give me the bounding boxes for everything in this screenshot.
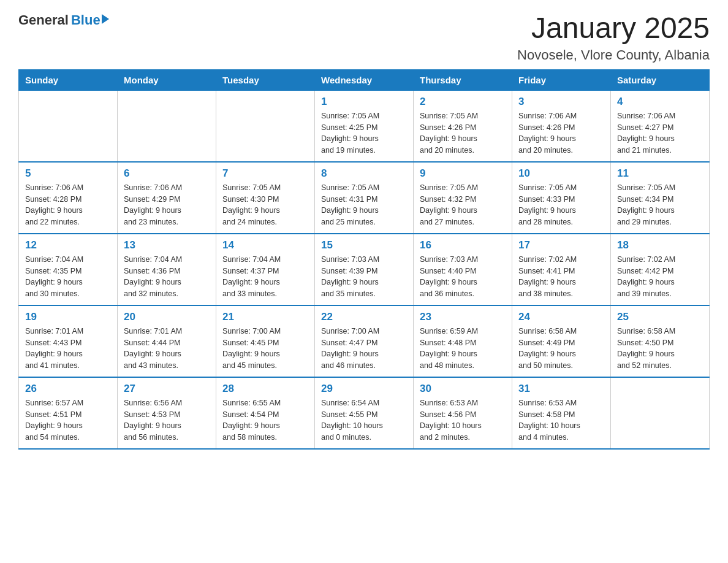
calendar-header-row: SundayMondayTuesdayWednesdayThursdayFrid… [19, 69, 710, 90]
day-number: 8 [321, 167, 407, 180]
calendar-week-row: 5Sunrise: 7:06 AM Sunset: 4:28 PM Daylig… [19, 162, 710, 234]
calendar-cell: 27Sunrise: 6:56 AM Sunset: 4:53 PM Dayli… [118, 377, 216, 449]
calendar-cell [611, 377, 710, 449]
column-header-tuesday: Tuesday [216, 69, 315, 90]
day-number: 24 [518, 311, 604, 323]
calendar-cell: 10Sunrise: 7:05 AM Sunset: 4:33 PM Dayli… [512, 162, 611, 234]
day-info: Sunrise: 6:53 AM Sunset: 4:58 PM Dayligh… [518, 397, 604, 443]
day-number: 10 [518, 167, 604, 180]
day-info: Sunrise: 6:53 AM Sunset: 4:56 PM Dayligh… [420, 397, 506, 443]
day-number: 4 [617, 96, 703, 108]
logo: General Blue [18, 12, 109, 28]
day-info: Sunrise: 7:00 AM Sunset: 4:45 PM Dayligh… [222, 326, 308, 372]
day-info: Sunrise: 6:56 AM Sunset: 4:53 PM Dayligh… [124, 397, 210, 443]
calendar-cell: 26Sunrise: 6:57 AM Sunset: 4:51 PM Dayli… [19, 377, 118, 449]
day-number: 14 [222, 239, 308, 251]
calendar-cell: 14Sunrise: 7:04 AM Sunset: 4:37 PM Dayli… [216, 234, 315, 305]
day-number: 18 [617, 239, 703, 251]
column-header-saturday: Saturday [611, 69, 710, 90]
day-info: Sunrise: 7:01 AM Sunset: 4:44 PM Dayligh… [124, 326, 210, 372]
page-header: General Blue January 2025 Novosele, Vlor… [18, 12, 710, 63]
calendar-cell: 21Sunrise: 7:00 AM Sunset: 4:45 PM Dayli… [216, 305, 315, 377]
day-number: 6 [124, 167, 210, 180]
calendar-cell: 29Sunrise: 6:54 AM Sunset: 4:55 PM Dayli… [315, 377, 414, 449]
day-number: 25 [617, 311, 703, 323]
day-info: Sunrise: 7:00 AM Sunset: 4:47 PM Dayligh… [321, 326, 407, 372]
calendar-cell: 20Sunrise: 7:01 AM Sunset: 4:44 PM Dayli… [118, 305, 216, 377]
calendar-cell: 19Sunrise: 7:01 AM Sunset: 4:43 PM Dayli… [19, 305, 118, 377]
calendar-cell: 25Sunrise: 6:58 AM Sunset: 4:50 PM Dayli… [611, 305, 710, 377]
calendar-cell [216, 90, 315, 162]
day-info: Sunrise: 7:05 AM Sunset: 4:31 PM Dayligh… [321, 182, 407, 228]
calendar-cell: 5Sunrise: 7:06 AM Sunset: 4:28 PM Daylig… [19, 162, 118, 234]
calendar-cell: 24Sunrise: 6:58 AM Sunset: 4:49 PM Dayli… [512, 305, 611, 377]
day-info: Sunrise: 7:04 AM Sunset: 4:37 PM Dayligh… [222, 254, 308, 300]
day-number: 15 [321, 239, 407, 251]
calendar-cell: 8Sunrise: 7:05 AM Sunset: 4:31 PM Daylig… [315, 162, 414, 234]
logo-blue-text: Blue [71, 12, 100, 28]
calendar-cell: 7Sunrise: 7:05 AM Sunset: 4:30 PM Daylig… [216, 162, 315, 234]
day-number: 5 [25, 167, 111, 180]
day-number: 13 [124, 239, 210, 251]
calendar-cell: 1Sunrise: 7:05 AM Sunset: 4:25 PM Daylig… [315, 90, 414, 162]
day-number: 16 [420, 239, 506, 251]
day-info: Sunrise: 6:54 AM Sunset: 4:55 PM Dayligh… [321, 397, 407, 443]
day-info: Sunrise: 7:04 AM Sunset: 4:35 PM Dayligh… [25, 254, 111, 300]
calendar-week-row: 1Sunrise: 7:05 AM Sunset: 4:25 PM Daylig… [19, 90, 710, 162]
day-info: Sunrise: 7:04 AM Sunset: 4:36 PM Dayligh… [124, 254, 210, 300]
calendar-cell: 23Sunrise: 6:59 AM Sunset: 4:48 PM Dayli… [414, 305, 512, 377]
column-header-sunday: Sunday [19, 69, 118, 90]
calendar-week-row: 26Sunrise: 6:57 AM Sunset: 4:51 PM Dayli… [19, 377, 710, 449]
column-header-monday: Monday [118, 69, 216, 90]
day-number: 1 [321, 96, 407, 108]
calendar-cell: 9Sunrise: 7:05 AM Sunset: 4:32 PM Daylig… [414, 162, 512, 234]
logo-arrow-icon [102, 14, 109, 24]
calendar-cell: 31Sunrise: 6:53 AM Sunset: 4:58 PM Dayli… [512, 377, 611, 449]
day-number: 19 [25, 311, 111, 323]
day-number: 12 [25, 239, 111, 251]
day-info: Sunrise: 7:03 AM Sunset: 4:40 PM Dayligh… [420, 254, 506, 300]
calendar-table: SundayMondayTuesdayWednesdayThursdayFrid… [18, 69, 710, 450]
calendar-cell: 17Sunrise: 7:02 AM Sunset: 4:41 PM Dayli… [512, 234, 611, 305]
day-number: 28 [222, 383, 308, 395]
day-info: Sunrise: 7:05 AM Sunset: 4:34 PM Dayligh… [617, 182, 703, 228]
day-info: Sunrise: 7:05 AM Sunset: 4:26 PM Dayligh… [420, 110, 506, 156]
day-info: Sunrise: 6:58 AM Sunset: 4:49 PM Dayligh… [518, 326, 604, 372]
calendar-week-row: 19Sunrise: 7:01 AM Sunset: 4:43 PM Dayli… [19, 305, 710, 377]
day-number: 31 [518, 383, 604, 395]
calendar-title: January 2025 [517, 12, 710, 45]
day-number: 21 [222, 311, 308, 323]
calendar-cell: 6Sunrise: 7:06 AM Sunset: 4:29 PM Daylig… [118, 162, 216, 234]
day-info: Sunrise: 7:05 AM Sunset: 4:25 PM Dayligh… [321, 110, 407, 156]
calendar-cell: 11Sunrise: 7:05 AM Sunset: 4:34 PM Dayli… [611, 162, 710, 234]
day-number: 17 [518, 239, 604, 251]
title-block: January 2025 Novosele, Vlore County, Alb… [517, 12, 710, 63]
calendar-cell: 13Sunrise: 7:04 AM Sunset: 4:36 PM Dayli… [118, 234, 216, 305]
day-number: 7 [222, 167, 308, 180]
day-number: 30 [420, 383, 506, 395]
day-number: 9 [420, 167, 506, 180]
day-number: 2 [420, 96, 506, 108]
calendar-cell [19, 90, 118, 162]
day-info: Sunrise: 7:06 AM Sunset: 4:26 PM Dayligh… [518, 110, 604, 156]
calendar-cell [118, 90, 216, 162]
calendar-cell: 22Sunrise: 7:00 AM Sunset: 4:47 PM Dayli… [315, 305, 414, 377]
day-info: Sunrise: 6:58 AM Sunset: 4:50 PM Dayligh… [617, 326, 703, 372]
calendar-cell: 30Sunrise: 6:53 AM Sunset: 4:56 PM Dayli… [414, 377, 512, 449]
day-info: Sunrise: 7:01 AM Sunset: 4:43 PM Dayligh… [25, 326, 111, 372]
column-header-thursday: Thursday [414, 69, 512, 90]
day-info: Sunrise: 7:05 AM Sunset: 4:33 PM Dayligh… [518, 182, 604, 228]
logo-general-text: General [18, 12, 69, 28]
day-number: 20 [124, 311, 210, 323]
day-info: Sunrise: 7:03 AM Sunset: 4:39 PM Dayligh… [321, 254, 407, 300]
day-info: Sunrise: 7:06 AM Sunset: 4:29 PM Dayligh… [124, 182, 210, 228]
calendar-cell: 2Sunrise: 7:05 AM Sunset: 4:26 PM Daylig… [414, 90, 512, 162]
calendar-cell: 28Sunrise: 6:55 AM Sunset: 4:54 PM Dayli… [216, 377, 315, 449]
day-info: Sunrise: 6:55 AM Sunset: 4:54 PM Dayligh… [222, 397, 308, 443]
day-info: Sunrise: 6:57 AM Sunset: 4:51 PM Dayligh… [25, 397, 111, 443]
day-number: 22 [321, 311, 407, 323]
column-header-wednesday: Wednesday [315, 69, 414, 90]
calendar-cell: 4Sunrise: 7:06 AM Sunset: 4:27 PM Daylig… [611, 90, 710, 162]
day-info: Sunrise: 6:59 AM Sunset: 4:48 PM Dayligh… [420, 326, 506, 372]
calendar-cell: 3Sunrise: 7:06 AM Sunset: 4:26 PM Daylig… [512, 90, 611, 162]
